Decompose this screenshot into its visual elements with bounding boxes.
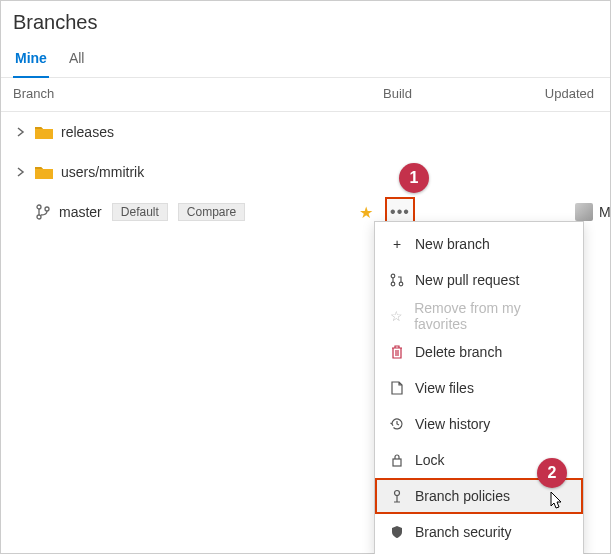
svg-point-3 — [391, 274, 395, 278]
folder-row-users[interactable]: users/mmitrik — [13, 152, 598, 192]
updated-by-user[interactable]: Matt — [599, 204, 611, 220]
menu-label: New branch — [415, 236, 490, 252]
menu-remove-favorite: ☆ Remove from my favorites — [375, 298, 583, 334]
col-build[interactable]: Build — [383, 86, 533, 101]
svg-point-2 — [45, 207, 49, 211]
history-icon — [389, 417, 405, 431]
menu-delete-branch[interactable]: Delete branch — [375, 334, 583, 370]
svg-rect-6 — [393, 459, 401, 466]
file-icon — [389, 381, 405, 395]
pull-request-icon — [389, 273, 405, 287]
favorite-star-icon[interactable]: ★ — [359, 203, 373, 222]
chevron-right-icon — [13, 127, 29, 137]
menu-label: New pull request — [415, 272, 519, 288]
annotation-2: 2 — [537, 458, 567, 488]
shield-icon — [389, 525, 405, 539]
star-outline-icon: ☆ — [389, 308, 404, 324]
svg-point-1 — [37, 215, 41, 219]
folder-icon — [35, 165, 53, 179]
trash-icon — [389, 345, 405, 359]
menu-view-files[interactable]: View files — [375, 370, 583, 406]
chevron-right-icon — [13, 167, 29, 177]
svg-point-7 — [395, 491, 400, 496]
menu-new-branch[interactable]: + New branch — [375, 226, 583, 262]
menu-view-history[interactable]: View history — [375, 406, 583, 442]
lock-icon — [389, 453, 405, 467]
col-updated[interactable]: Updated — [533, 86, 598, 101]
svg-point-5 — [399, 282, 403, 286]
menu-label: Lock — [415, 452, 445, 468]
context-menu: + New branch New pull request ☆ Remove f… — [374, 221, 584, 554]
folder-name: releases — [61, 124, 114, 140]
menu-label: Branch security — [415, 524, 511, 540]
tab-mine[interactable]: Mine — [13, 42, 49, 78]
branch-name: master — [59, 204, 102, 220]
page-title: Branches — [1, 1, 610, 42]
compare-badge: Compare — [178, 203, 245, 221]
avatar — [575, 203, 593, 221]
annotation-1: 1 — [399, 163, 429, 193]
col-branch[interactable]: Branch — [13, 86, 383, 101]
menu-branch-security[interactable]: Branch security — [375, 514, 583, 550]
tabs: Mine All — [1, 42, 610, 78]
policy-icon — [389, 489, 405, 503]
plus-icon: + — [389, 236, 405, 252]
menu-label: Delete branch — [415, 344, 502, 360]
folder-name: users/mmitrik — [61, 164, 144, 180]
menu-label: Branch policies — [415, 488, 510, 504]
column-headers: Branch Build Updated — [1, 78, 610, 112]
menu-label: View history — [415, 416, 490, 432]
branch-icon — [35, 204, 51, 220]
tab-all[interactable]: All — [67, 42, 87, 77]
svg-point-4 — [391, 282, 395, 286]
folder-row-releases[interactable]: releases — [13, 112, 598, 152]
default-badge: Default — [112, 203, 168, 221]
ellipsis-icon: ••• — [390, 208, 410, 216]
menu-new-pull-request[interactable]: New pull request — [375, 262, 583, 298]
menu-label: Remove from my favorites — [414, 300, 569, 332]
svg-point-0 — [37, 205, 41, 209]
folder-icon — [35, 125, 53, 139]
menu-label: View files — [415, 380, 474, 396]
